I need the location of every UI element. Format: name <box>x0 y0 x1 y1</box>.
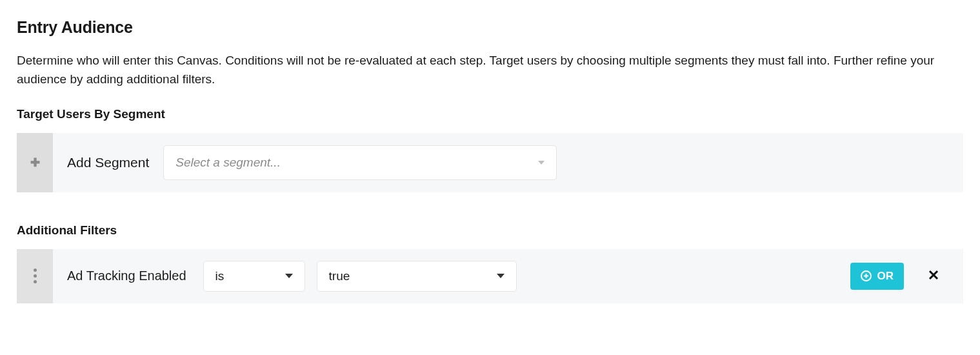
filter-value-text: true <box>329 269 350 283</box>
filters-section-label: Additional Filters <box>17 223 963 238</box>
add-segment-label: Add Segment <box>67 155 149 170</box>
chevron-down-icon <box>538 161 545 165</box>
or-button-label: OR <box>877 270 894 283</box>
filter-drag-handle[interactable] <box>17 249 53 303</box>
chevron-down-icon <box>285 274 293 278</box>
filter-attribute-label: Ad Tracking Enabled <box>67 269 186 283</box>
segment-select-placeholder: Select a segment... <box>175 156 281 170</box>
add-segment-handle[interactable]: ✚ <box>17 133 53 192</box>
filter-operator-value: is <box>215 269 225 283</box>
segment-select[interactable]: Select a segment... <box>163 145 557 180</box>
page-description: Determine who will enter this Canvas. Co… <box>17 51 959 89</box>
filter-row: Ad Tracking Enabled is true OR <box>17 249 963 303</box>
chevron-down-icon <box>497 274 505 278</box>
or-button[interactable]: OR <box>850 263 905 290</box>
drag-dots-icon <box>34 269 37 283</box>
close-icon <box>928 270 939 280</box>
page-title: Entry Audience <box>17 18 963 37</box>
filter-operator-select[interactable]: is <box>203 261 305 292</box>
add-segment-body: Add Segment Select a segment... <box>53 133 963 192</box>
filter-body: Ad Tracking Enabled is true OR <box>53 249 963 303</box>
add-segment-row: ✚ Add Segment Select a segment... <box>17 133 963 192</box>
plus-icon: ✚ <box>30 156 40 170</box>
filter-value-select[interactable]: true <box>317 261 517 292</box>
segments-section-label: Target Users By Segment <box>17 107 963 121</box>
remove-filter-button[interactable] <box>922 263 945 289</box>
plus-circle-icon <box>861 270 872 282</box>
